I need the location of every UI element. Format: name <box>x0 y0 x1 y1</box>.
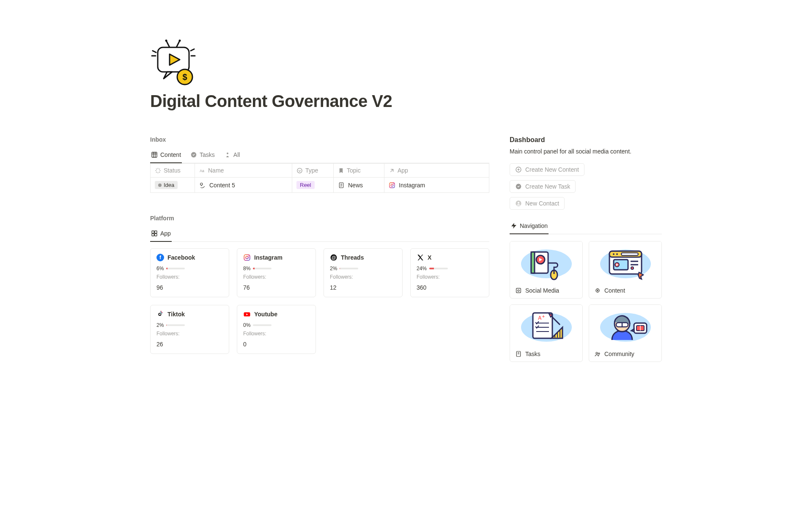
col-topic[interactable]: Topic <box>334 164 384 178</box>
nav-card-text: Tasks <box>525 351 540 357</box>
platform-card-name: Tiktok <box>167 311 185 318</box>
platform-card[interactable]: @Threads2%Followers:12 <box>324 248 403 297</box>
svg-point-3 <box>179 40 181 42</box>
type-pill: Reel <box>296 181 315 189</box>
followers-label: Followers: <box>243 274 310 280</box>
platform-card-name: Facebook <box>167 254 195 261</box>
inbox-tabs: Content Tasks All <box>150 149 489 163</box>
bookmark-icon <box>338 167 344 174</box>
platform-card[interactable]: X24%Followers:360 <box>410 248 489 297</box>
youtube-icon <box>243 310 251 318</box>
platform-card-name: Instagram <box>254 254 283 261</box>
col-status[interactable]: Status <box>151 164 195 178</box>
col-name[interactable]: AaName <box>195 164 292 178</box>
tiktok-icon <box>156 310 164 318</box>
platform-card-name: X <box>428 254 431 261</box>
tab-tasks-label: Tasks <box>200 151 215 158</box>
nav-card-icon <box>515 287 522 294</box>
svg-line-19 <box>156 169 157 170</box>
badge-check-icon <box>515 183 522 190</box>
svg-rect-60 <box>516 288 521 293</box>
svg-line-23 <box>156 172 157 173</box>
platform-card-name: Youtube <box>254 311 277 318</box>
platform-card-pct: 24% <box>417 266 427 271</box>
nav-card[interactable]: Content <box>589 241 662 299</box>
svg-rect-36 <box>152 231 154 233</box>
svg-line-1 <box>176 41 180 47</box>
tab-content-label: Content <box>160 151 181 158</box>
svg-point-42 <box>248 255 249 256</box>
platform-card-pct: 6% <box>156 266 164 271</box>
badge-check-icon <box>190 151 197 158</box>
svg-point-26 <box>297 168 302 173</box>
followers-label: Followers: <box>156 274 223 280</box>
followers-label: Followers: <box>417 274 483 280</box>
followers-label: Followers: <box>243 331 310 337</box>
dashboard-subtitle: Main control panel for all social media … <box>510 148 662 155</box>
svg-text:+: + <box>542 314 545 319</box>
create-new-content-button[interactable]: Create New Content <box>510 163 584 176</box>
nav-card[interactable]: Social Media <box>510 241 583 299</box>
nav-card-text: Social Media <box>525 287 559 294</box>
svg-rect-12 <box>152 152 157 157</box>
svg-rect-55 <box>531 252 535 273</box>
new-contact-button[interactable]: New Contact <box>510 197 565 210</box>
col-app[interactable]: App <box>384 164 489 178</box>
tab-content[interactable]: Content <box>150 149 182 163</box>
followers-label: Followers: <box>330 274 396 280</box>
nav-card-icon <box>515 351 522 357</box>
progress-bar <box>340 268 358 269</box>
svg-point-102 <box>598 353 600 354</box>
svg-line-24 <box>159 169 160 170</box>
loading-icon <box>155 167 161 174</box>
followers-value: 0 <box>243 341 310 348</box>
nav-card-icon <box>594 287 601 294</box>
platform-label: Platform <box>150 215 489 222</box>
svg-point-28 <box>200 183 203 185</box>
platform-tabs: App <box>150 227 489 242</box>
tab-all[interactable]: All <box>223 149 241 163</box>
progress-bar <box>253 324 272 326</box>
svg-point-51 <box>518 202 519 204</box>
platform-card[interactable]: Instagram8%Followers:76 <box>237 248 316 297</box>
svg-line-27 <box>390 169 393 172</box>
platform-card-pct: 8% <box>243 266 250 271</box>
nav-card-illustration <box>510 241 582 283</box>
tab-app[interactable]: App <box>150 227 172 242</box>
app-text: Instagram <box>399 182 425 189</box>
create-new-task-button[interactable]: Create New Task <box>510 180 576 193</box>
tab-tasks[interactable]: Tasks <box>189 149 216 163</box>
platform-card[interactable]: Tiktok2%Followers:26 <box>150 305 229 354</box>
chevron-circle-down-icon <box>296 167 303 174</box>
platform-card-pct: 2% <box>156 322 164 328</box>
platform-card[interactable]: fFacebook6%Followers:96 <box>150 248 229 297</box>
svg-point-73 <box>631 267 634 269</box>
svg-marker-52 <box>511 223 516 228</box>
tab-navigation[interactable]: Navigation <box>510 220 549 234</box>
platform-card[interactable]: Youtube0%Followers:0 <box>237 305 316 354</box>
svg-rect-37 <box>155 231 157 233</box>
nav-card[interactable]: A+Tasks <box>510 304 583 362</box>
nav-card[interactable]: Community <box>589 304 662 362</box>
tab-all-label: All <box>233 151 240 158</box>
lightning-icon <box>510 222 517 229</box>
dashboard-title: Dashboard <box>510 136 662 144</box>
followers-value: 76 <box>243 284 310 291</box>
table-row[interactable]: Idea Content 5 Reel News <box>151 178 489 193</box>
topic-text: News <box>348 182 363 189</box>
page-title: Digital Content Governance V2 <box>150 92 662 111</box>
page-hero-icon: $ <box>150 38 662 87</box>
nav-card-illustration <box>589 305 661 346</box>
svg-point-66 <box>616 253 618 255</box>
text-aa-icon: Aa <box>199 167 206 174</box>
inbox-label: Inbox <box>150 136 489 143</box>
x-icon <box>417 254 424 261</box>
nav-card-illustration <box>589 241 661 283</box>
svg-text:@: @ <box>332 255 336 260</box>
svg-rect-38 <box>152 234 154 236</box>
svg-text:A: A <box>538 315 542 321</box>
facebook-icon: f <box>156 254 164 261</box>
svg-point-35 <box>393 183 394 184</box>
svg-line-0 <box>166 41 170 47</box>
col-type[interactable]: Type <box>292 164 334 178</box>
